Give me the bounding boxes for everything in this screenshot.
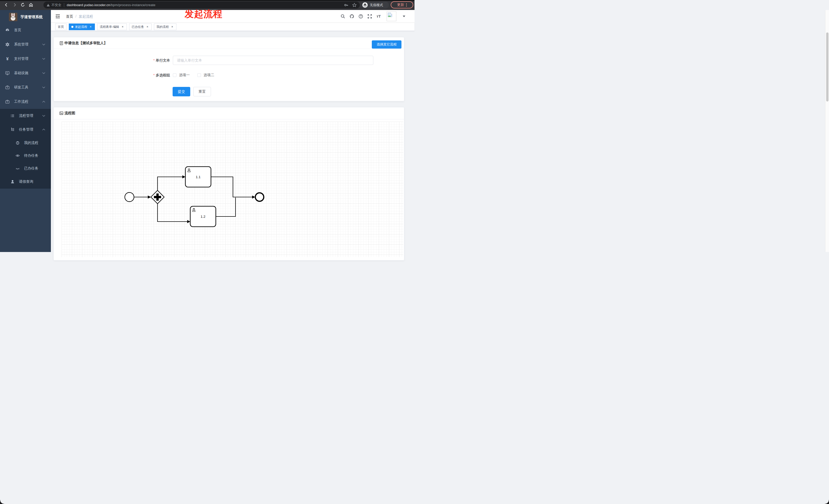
close-icon[interactable]: × [171, 25, 174, 29]
avatar[interactable] [387, 11, 396, 21]
select-other-process-button[interactable]: 选择其它流程 [372, 40, 401, 48]
task-label: 1.1 [196, 175, 201, 179]
chevron-down-icon [42, 43, 45, 45]
sidebar-item-home[interactable]: 首页 [0, 23, 51, 37]
sidebar: 芋道管理系统 首页 系统管理 ¥ 支付管理 基础设施 研发工具 工作流程 流程管… [0, 10, 51, 252]
sidebar-item-leave-query[interactable]: 请假查询 [0, 175, 51, 189]
tag-view-bar: 首页 发起流程× 流程表单-编辑× 已办任务× 我的流程× [51, 23, 414, 31]
close-icon[interactable]: × [146, 25, 149, 29]
sidebar-item-todo-tasks[interactable]: 待办任务 [0, 149, 51, 162]
bpmn-parallel-gateway [151, 190, 164, 204]
search-icon[interactable] [340, 14, 345, 18]
face-icon [15, 141, 20, 145]
address-bar[interactable]: 不安全 dashboard.yudao.iocoder.cn /bpm/proc… [43, 2, 360, 8]
github-icon[interactable] [350, 14, 354, 18]
chevron-down-icon [42, 115, 45, 117]
avatar-caret-icon[interactable] [403, 15, 405, 17]
tab-home[interactable]: 首页 [55, 24, 67, 30]
browser-update-button[interactable]: 更新 [391, 1, 413, 8]
browser-reload-icon[interactable] [21, 3, 25, 7]
arrowhead [187, 220, 190, 223]
password-key-icon[interactable] [344, 3, 349, 7]
sidebar-item-label: 请假查询 [19, 180, 33, 184]
sidebar-item-label: 首页 [14, 28, 21, 33]
dashboard-icon [5, 28, 10, 33]
breadcrumb-home[interactable]: 首页 [66, 14, 73, 19]
user-icon [10, 180, 15, 184]
bpmn-user-task-1-2: 1.2 [190, 206, 216, 227]
reset-button[interactable]: 重置 [193, 87, 211, 96]
breadcrumb-separator: / [75, 14, 76, 19]
chevron-up-icon [42, 101, 45, 103]
sidebar-item-infrastructure[interactable]: 基础设施 [0, 66, 51, 80]
incognito-icon [362, 2, 368, 8]
application-info-card: 申请信息【测试多审批人】 选择其它流程 *单行文本 *多选框组 选项一 选项二 … [53, 37, 404, 101]
sidebar-item-label: 工作流程 [14, 100, 28, 104]
omnibox-divider [64, 3, 64, 7]
checkbox-option-1[interactable]: 选项一 [173, 73, 190, 77]
bpmn-canvas[interactable]: 1.1 1.2 [62, 122, 403, 252]
sidebar-item-process-management[interactable]: 流程管理 [0, 109, 51, 123]
chevron-down-icon [42, 58, 45, 60]
url-host: dashboard.yudao.iocoder.cn [67, 3, 110, 7]
not-secure-warning-icon [46, 4, 50, 7]
chevron-down-icon [42, 72, 45, 74]
help-icon[interactable] [359, 14, 363, 18]
sidebar-item-done-tasks[interactable]: 已办任务 [0, 162, 51, 175]
font-size-icon[interactable]: тT [376, 14, 381, 18]
close-icon[interactable]: × [89, 25, 92, 29]
close-icon[interactable]: × [121, 25, 124, 29]
fullscreen-icon[interactable] [367, 14, 372, 18]
tab-start-process[interactable]: 发起流程× [69, 24, 95, 30]
active-tab-dot [71, 26, 73, 28]
tab-my-process[interactable]: 我的流程× [154, 24, 176, 30]
bpmn-user-task-1-1: 1.1 [185, 167, 211, 187]
browser-home-icon[interactable] [29, 3, 33, 7]
flow-task2-to-end [216, 198, 236, 217]
checkbox-group: 选项一 选项二 [173, 72, 214, 79]
eye-icon [15, 153, 20, 158]
briefcase-icon [5, 100, 10, 104]
sidebar-item-dev-tools[interactable]: 研发工具 [0, 80, 51, 94]
app-logo [9, 13, 17, 21]
browser-back-icon[interactable] [4, 3, 9, 7]
sidebar-item-label: 任务管理 [19, 127, 33, 132]
tab-process-form-edit[interactable]: 流程表单-编辑× [97, 24, 127, 30]
flow-gateway-to-task2 [157, 203, 188, 222]
bpmn-diagram: 1.1 1.2 [62, 122, 403, 252]
arrowhead [148, 196, 151, 199]
sidebar-item-label: 研发工具 [14, 85, 28, 90]
field-label-checkbox-group: *多选框组 [54, 73, 170, 78]
task-label: 1.2 [201, 215, 206, 219]
sidebar-item-label: 流程管理 [19, 114, 33, 118]
security-label: 不安全 [51, 3, 61, 7]
sidebar-item-task-management[interactable]: 任务管理 [0, 123, 51, 137]
top-navbar: 首页 / 发起流程 тT [51, 10, 414, 23]
checkbox-option-2[interactable]: 选项二 [197, 73, 214, 77]
single-line-text-input[interactable] [173, 56, 373, 65]
sidebar-item-label: 待办任务 [24, 153, 38, 158]
sidebar-item-workflow[interactable]: 工作流程 [0, 94, 51, 109]
incognito-label: 无痕模式 [370, 3, 383, 7]
picture-icon [59, 111, 63, 115]
arrowhead [182, 175, 185, 179]
breadcrumb-current: 发起流程 [79, 14, 93, 19]
tab-done-tasks[interactable]: 已办任务× [129, 24, 152, 30]
red-annotation-text: 发起流程 [185, 8, 222, 21]
briefcase-icon [5, 85, 10, 90]
app-logo-row[interactable]: 芋道管理系统 [0, 11, 51, 23]
chevron-down-icon [42, 86, 45, 88]
browser-forward-icon[interactable] [12, 3, 17, 7]
bookmark-star-icon[interactable] [352, 3, 357, 7]
sidebar-item-label: 已办任务 [24, 166, 38, 171]
sidebar-item-my-process[interactable]: 我的流程 [0, 137, 51, 149]
submit-button[interactable]: 提交 [173, 87, 190, 96]
sidebar-fold-icon[interactable] [55, 14, 60, 19]
sidebar-item-label: 支付管理 [14, 56, 28, 61]
url-path: /bpm/process-instance/create [110, 3, 155, 7]
eye-closed-icon [15, 166, 20, 171]
sidebar-item-payment[interactable]: ¥ 支付管理 [0, 52, 51, 66]
sidebar-item-system[interactable]: 系统管理 [0, 37, 51, 52]
browser-tab-strip [0, 0, 414, 1]
browser-menu-dots-icon[interactable] [406, 3, 407, 7]
